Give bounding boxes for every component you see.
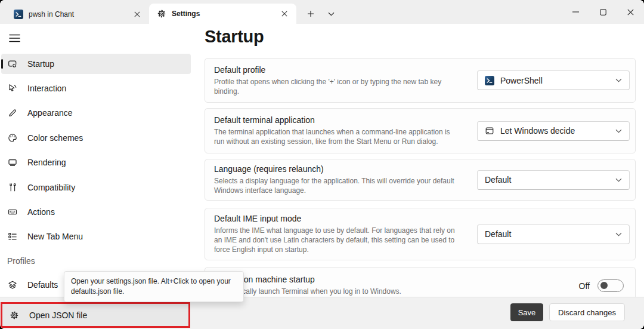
close-tab-icon[interactable] [130, 7, 144, 21]
tab-settings[interactable]: Settings [149, 4, 296, 24]
sidebar-item-compatibility[interactable]: Compatibility [1, 177, 191, 198]
gear-icon [157, 9, 166, 19]
sidebar-item-interaction[interactable]: Interaction [1, 78, 191, 99]
setting-description: Profile that opens when clicking the '+'… [214, 77, 462, 96]
titlebar: pwsh in Chant Settings [0, 0, 644, 24]
sidebar-item-appearance[interactable]: Appearance [1, 103, 191, 123]
default-profile-dropdown[interactable]: PowerShell [477, 70, 630, 90]
dropdown-value: Default [485, 229, 609, 239]
tab-dropdown-button[interactable] [323, 6, 340, 21]
keyboard-icon [8, 207, 17, 217]
tools-icon [8, 183, 17, 192]
setting-card-language: Language (requires relaunch) Selects a d… [205, 159, 636, 201]
paintbrush-icon [8, 108, 17, 118]
chevron-down-icon [615, 232, 622, 236]
sidebar-item-new-tab-menu[interactable]: New Tab Menu [1, 226, 191, 247]
powershell-icon [485, 76, 494, 85]
chevron-down-icon [615, 78, 622, 82]
tab-title: pwsh in Chant [29, 10, 125, 19]
window-controls [562, 0, 644, 24]
page-title: Startup [205, 27, 264, 47]
toggle-knob [600, 282, 608, 289]
monitor-icon [8, 158, 17, 167]
setting-description: Automatically launch Terminal when you l… [214, 287, 472, 296]
setting-card-default-terminal-app: Default terminal application The termina… [205, 108, 636, 153]
profiles-section-header: Profiles [7, 256, 35, 266]
new-tab-button[interactable] [302, 6, 319, 21]
language-dropdown[interactable]: Default [477, 170, 630, 190]
sidebar-item-actions[interactable]: Actions [1, 202, 191, 222]
chevron-down-icon [615, 129, 622, 133]
ime-input-mode-dropdown[interactable]: Default [477, 225, 630, 244]
save-button[interactable]: Save [510, 303, 543, 321]
setting-description: The terminal application that launches w… [214, 127, 462, 146]
close-tab-icon[interactable] [277, 7, 292, 21]
setting-name: Default terminal application [214, 115, 462, 125]
sidebar-item-startup[interactable]: Startup [1, 54, 191, 74]
startup-icon [8, 59, 17, 69]
dropdown-value: Let Windows decide [500, 126, 609, 136]
default-terminal-app-dropdown[interactable]: Let Windows decide [477, 121, 630, 141]
pointer-icon [8, 84, 17, 93]
app-window: pwsh in Chant Settings [0, 0, 644, 329]
tooltip: Open your settings.json file. Alt+Click … [64, 271, 244, 302]
minimize-button[interactable] [562, 0, 589, 24]
setting-name: Default profile [214, 65, 462, 75]
setting-card-ime-input-mode: Default IME input mode Informs the IME w… [205, 208, 636, 260]
launch-on-startup-toggle[interactable] [597, 279, 624, 292]
app-window-icon [485, 126, 494, 136]
setting-name: Language (requires relaunch) [214, 164, 462, 174]
setting-name: Launch on machine startup [214, 275, 564, 284]
toggle-state-label: Off [579, 281, 590, 291]
layers-icon [8, 280, 17, 290]
selected-indicator [1, 59, 3, 69]
highlight-rectangle [1, 302, 190, 328]
powershell-icon [14, 10, 23, 19]
setting-description: Selects a display language for the appli… [214, 176, 462, 195]
menu-icon[interactable] [6, 31, 23, 45]
tab-title: Settings [172, 10, 272, 18]
close-button[interactable] [617, 0, 644, 24]
list-icon [8, 232, 17, 241]
dropdown-value: PowerShell [500, 76, 609, 85]
chevron-down-icon [615, 178, 622, 182]
setting-description: Informs the IME what language to use by … [214, 226, 462, 254]
setting-card-default-profile: Default profile Profile that opens when … [205, 58, 636, 103]
tab-pwsh[interactable]: pwsh in Chant [6, 5, 149, 24]
dropdown-value: Default [485, 175, 609, 185]
sidebar-item-color-schemes[interactable]: Color schemes [1, 128, 191, 148]
setting-name: Default IME input mode [214, 214, 462, 223]
maximize-button[interactable] [589, 0, 617, 24]
discard-changes-button[interactable]: Discard changes [549, 303, 625, 321]
palette-icon [8, 133, 17, 143]
sidebar-item-rendering[interactable]: Rendering [1, 152, 191, 173]
